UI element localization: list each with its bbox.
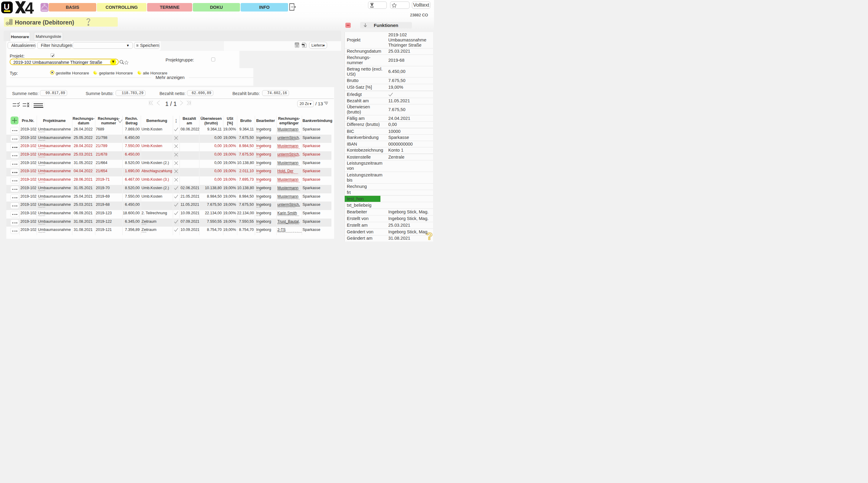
svg-text:CSV: CSV	[295, 43, 299, 45]
svg-text:U: U	[4, 2, 10, 11]
svg-text:4: 4	[25, 1, 34, 13]
